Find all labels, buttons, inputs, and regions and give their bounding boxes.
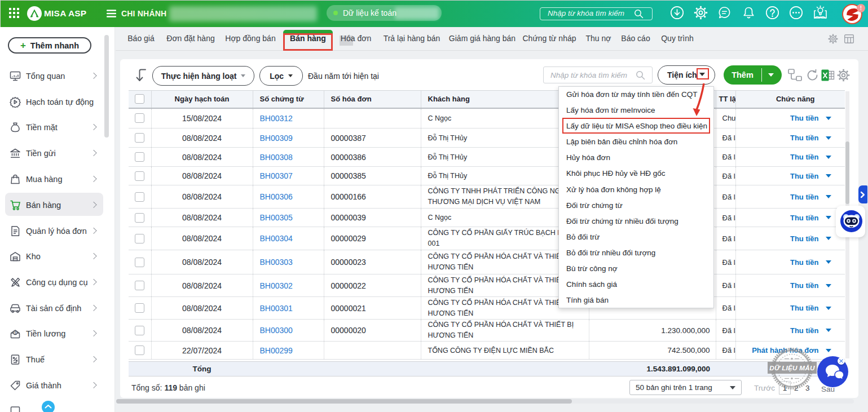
svg-text:$: $: [14, 331, 16, 335]
